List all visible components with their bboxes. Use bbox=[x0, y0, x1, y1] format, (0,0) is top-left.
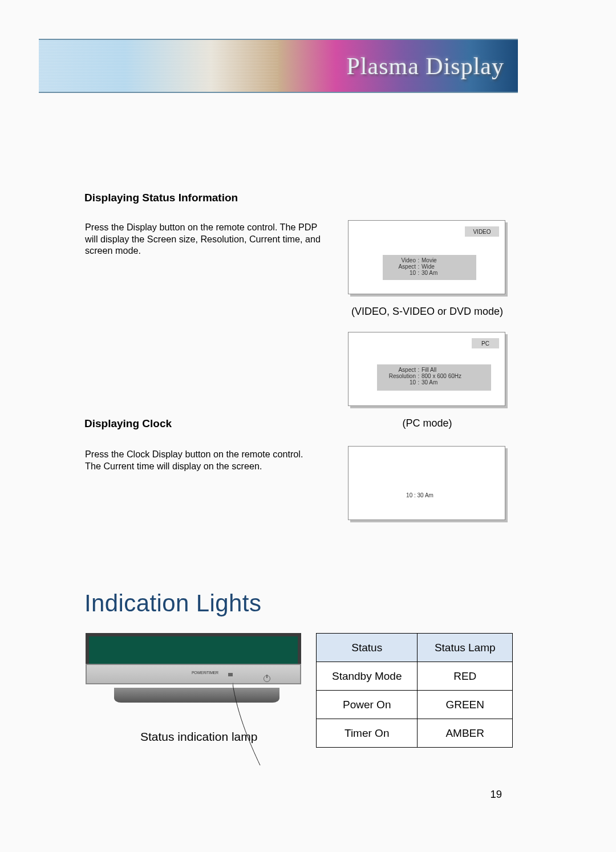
osd-sep: : bbox=[416, 263, 422, 270]
osd-clock-text: 10 : 30 Am bbox=[383, 492, 457, 498]
osd-row: 10 : 30 Am bbox=[380, 379, 488, 386]
table-row: Timer On AMBER bbox=[317, 719, 513, 748]
osd-screenshot-video: VIDEO Video : Movie Aspect : Wide 10 : 3… bbox=[348, 220, 505, 294]
document-page: Plasma Display Displaying Status Informa… bbox=[0, 0, 616, 852]
table-row: Power On GREEN bbox=[317, 691, 513, 719]
header-banner: Plasma Display bbox=[39, 39, 518, 93]
cell-status: Standby Mode bbox=[317, 662, 418, 691]
cell-status: Power On bbox=[317, 691, 418, 719]
osd-label: Resolution bbox=[380, 373, 416, 379]
osd-row: Video : Movie bbox=[386, 257, 473, 263]
osd-sep: : bbox=[416, 270, 422, 276]
pdp-screen-edge bbox=[86, 633, 301, 664]
heading-displaying-clock: Displaying Clock bbox=[84, 417, 172, 430]
mode-label-pc: PC bbox=[472, 338, 499, 348]
osd-info-box-pc: Aspect : Fill All Resolution : 800 x 600… bbox=[377, 364, 491, 391]
table-header-row: Status Status Lamp bbox=[317, 634, 513, 662]
osd-row: Aspect : Fill All bbox=[380, 367, 488, 373]
power-icon bbox=[264, 675, 270, 682]
osd-screenshot-clock: 10 : 30 Am bbox=[348, 446, 505, 520]
table-header-status: Status bbox=[317, 634, 418, 662]
osd-sep: : bbox=[416, 373, 422, 379]
osd-label: 10 bbox=[386, 270, 416, 276]
caption-pc-mode: (PC mode) bbox=[346, 417, 509, 429]
pdp-status-lamp-indicator bbox=[228, 673, 233, 676]
osd-row: Aspect : Wide bbox=[386, 263, 473, 270]
osd-sep: : bbox=[416, 367, 422, 373]
cell-status: Timer On bbox=[317, 719, 418, 748]
osd-label: Aspect bbox=[386, 263, 416, 270]
banner-title: Plasma Display bbox=[347, 52, 504, 80]
osd-label: Video bbox=[386, 257, 416, 263]
status-lamp-table: Status Status Lamp Standby Mode RED Powe… bbox=[316, 633, 513, 748]
heading-displaying-status: Displaying Status Information bbox=[84, 192, 238, 204]
osd-value: 800 x 600 60Hz bbox=[422, 373, 488, 379]
osd-value: Movie bbox=[422, 257, 473, 263]
table-row: Standby Mode RED bbox=[317, 662, 513, 691]
body-displaying-status: Press the Display button on the remote c… bbox=[85, 221, 325, 257]
osd-info-box-video: Video : Movie Aspect : Wide 10 : 30 Am bbox=[383, 255, 476, 280]
cell-lamp: AMBER bbox=[418, 719, 513, 748]
pdp-power-timer-label: POWER/TIMER bbox=[192, 671, 218, 675]
mode-label-video: VIDEO bbox=[465, 226, 499, 237]
body-displaying-clock: Press the Clock Display button on the re… bbox=[85, 448, 330, 472]
cell-lamp: RED bbox=[418, 662, 513, 691]
page-number: 19 bbox=[490, 788, 502, 801]
pdp-stand-base bbox=[114, 688, 279, 703]
osd-label: Aspect bbox=[380, 367, 416, 373]
pdp-illustration: POWER/TIMER bbox=[86, 633, 301, 707]
banner-texture bbox=[39, 40, 278, 92]
heading-indication-lights: Indication Lights bbox=[84, 590, 261, 617]
osd-sep: : bbox=[416, 257, 422, 263]
caption-video-mode: (VIDEO, S-VIDEO or DVD mode) bbox=[346, 306, 509, 318]
osd-value: 30 Am bbox=[422, 270, 473, 276]
osd-value: Fill All bbox=[422, 367, 488, 373]
caption-status-indication-lamp: Status indication lamp bbox=[140, 730, 257, 744]
osd-row: 10 : 30 Am bbox=[386, 270, 473, 276]
table-header-lamp: Status Lamp bbox=[418, 634, 513, 662]
osd-row: Resolution : 800 x 600 60Hz bbox=[380, 373, 488, 379]
osd-value: Wide bbox=[422, 263, 473, 270]
osd-value: 30 Am bbox=[422, 379, 488, 386]
cell-lamp: GREEN bbox=[418, 691, 513, 719]
osd-screenshot-pc: PC Aspect : Fill All Resolution : 800 x … bbox=[348, 332, 505, 406]
osd-sep: : bbox=[416, 379, 422, 386]
osd-label: 10 bbox=[380, 379, 416, 386]
